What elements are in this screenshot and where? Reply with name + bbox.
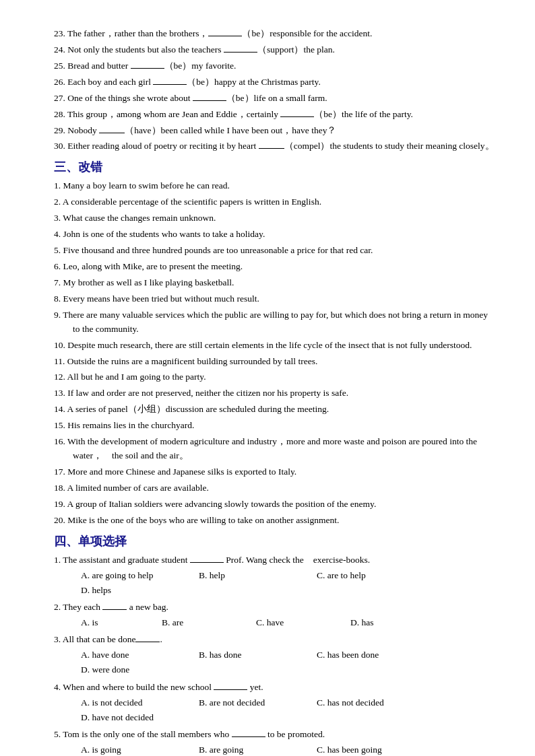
- list-item: 3. What cause the changes remain unknown…: [54, 211, 495, 226]
- list-item: 4. John is one of the students who wants…: [54, 228, 495, 242]
- list-item: 29. Nobody （have）been called while I hav…: [54, 124, 495, 138]
- list-item: 4. When and where to build the new schoo…: [54, 681, 495, 726]
- list-item: 9. There are many valuable services whic…: [54, 308, 495, 337]
- list-item: 14. A series of panel（小组）discussion are …: [54, 403, 495, 417]
- list-item: 7. My brother as well as I like playing …: [54, 276, 495, 290]
- list-item: 11. Outside the ruins are a magnificent …: [54, 355, 495, 369]
- list-item: 2. They each a new bag. A. is B. are C. …: [54, 600, 495, 631]
- choice-item: C. are to help: [336, 569, 453, 582]
- list-item: 13. If law and order are not preserved, …: [54, 386, 495, 401]
- part3-header: 三、改错: [54, 159, 495, 175]
- part4-header: 四、单项选择: [54, 533, 495, 549]
- list-item: 26. Each boy and each girl （be）happy at …: [54, 75, 495, 90]
- list-item: 23. The father，rather than the brothers，…: [54, 27, 495, 41]
- list-item: 27. One of the things she wrote about （b…: [54, 92, 495, 106]
- list-item: 3. All that can be done. A. have done B.…: [54, 633, 495, 678]
- part3-list: 1. Many a boy learn to swim before he ca…: [54, 179, 495, 527]
- choice-item: C. has not decided: [336, 696, 453, 710]
- list-item: 1. The assistant and graduate student Pr…: [54, 553, 495, 598]
- choice-item: C. has been done: [336, 648, 453, 662]
- list-item: 25. Bread and butter （be）my favorite.: [54, 59, 495, 73]
- list-item: 24. Not only the students but also the t…: [54, 43, 495, 57]
- list-item: 18. A limited number of cars are availab…: [54, 481, 495, 495]
- choice-item: D. have not decided: [100, 711, 218, 724]
- list-item: 19. A group of Italian soldiers were adv…: [54, 497, 495, 512]
- list-item: 10. Despite much research, there are sti…: [54, 339, 495, 353]
- part2-list: 23. The father，rather than the brothers，…: [54, 27, 495, 153]
- list-item: 12. All but he and I am going to the par…: [54, 370, 495, 384]
- list-item: 2. A considerable percentage of the scie…: [54, 195, 495, 209]
- list-item: 16. With the development of modern agric…: [54, 435, 495, 463]
- choice-item: C. has been going: [336, 743, 453, 756]
- list-item: 20. Mike is the one of the boys who are …: [54, 514, 495, 528]
- list-item: 30. Either reading aloud of poetry or re…: [54, 139, 495, 153]
- part4-list: 1. The assistant and graduate student Pr…: [54, 553, 495, 756]
- list-item: 5. Five thousand and three hundred pound…: [54, 244, 495, 258]
- list-item: 6. Leo, along with Mike, are to present …: [54, 260, 495, 274]
- choice-group-5: A. is going B. are going C. has been goi…: [73, 743, 495, 756]
- list-item: 8. Every means have been tried but witho…: [54, 292, 495, 306]
- list-item: 15. His remains lies in the churchyard.: [54, 419, 495, 433]
- choice-group-4: A. is not decided B. are not decided C. …: [73, 696, 495, 726]
- choice-group-1: A. are going to help B. help C. are to h…: [73, 569, 495, 599]
- list-item: 17. More and more Chinese and Japanese s…: [54, 465, 495, 479]
- choice-item: D. were done: [100, 663, 218, 677]
- choice-group-3: A. have done B. has done C. has been don…: [73, 648, 495, 679]
- choice-item: D. helps: [100, 584, 218, 597]
- list-item: 1. Many a boy learn to swim before he ca…: [54, 179, 495, 193]
- list-item: 5. Tom is the only one of the stall memb…: [54, 728, 495, 756]
- choice-item: D. has: [369, 616, 487, 629]
- choice-group-2: A. is B. are C. have D. has: [73, 616, 495, 631]
- list-item: 28. This group，among whom are Jean and E…: [54, 108, 495, 122]
